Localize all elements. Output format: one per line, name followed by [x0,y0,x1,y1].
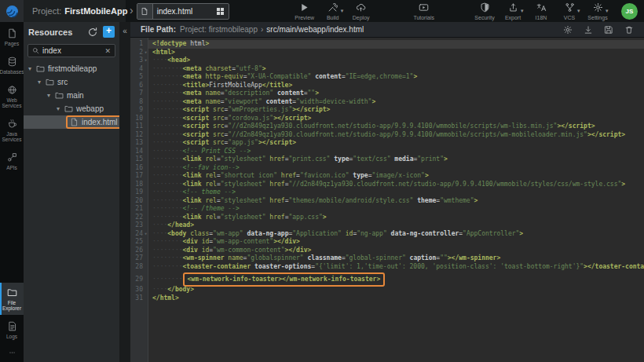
deploy-button[interactable]: Deploy [347,2,375,20]
code-text[interactable]: ········<div id="wm-common-content"></di… [148,247,644,255]
code-text[interactable]: ········<meta name="description" content… [148,90,644,98]
code-text[interactable]: </html> [148,294,644,303]
collapse-panel-icon[interactable]: « [119,22,130,35]
fold-marker-icon[interactable]: ▾ [143,49,148,57]
fold-marker-icon[interactable]: ▾ [143,57,148,65]
sidebar-item-web-services[interactable]: Web Services [0,80,24,112]
search-clear-icon[interactable]: ✕ [104,47,111,55]
i18n-button[interactable]: I18N [527,2,555,20]
project-label: Project: [32,6,61,16]
tree-item-main[interactable]: ▾main [24,89,119,102]
code-text[interactable]: ········<meta http-equiv="X-UA-Compatibl… [148,73,644,82]
code-text[interactable]: ········<toaster-container toaster-optio… [148,263,644,272]
code-text[interactable]: ········<!--fav icon--> [148,164,644,173]
code-text[interactable]: ········<meta charset="utf-8"> [148,65,644,74]
tree-item-firstmobileapp[interactable]: ▾firstmobileapp [24,62,119,75]
code-text[interactable]: ········<wm-network-info-toaster></wm-ne… [148,272,644,287]
expand-caret-icon[interactable]: ▾ [57,105,64,112]
security-button[interactable]: Security [470,2,499,20]
line-number: 7 [130,90,143,98]
user-avatar[interactable]: JS [621,3,638,20]
sidebar-item-file-explorer[interactable]: File Explorer [0,283,24,315]
tab-index-html[interactable]: index.html [137,3,229,20]
project-name: FirstMobileApp [64,6,127,16]
expand-caret-icon[interactable]: ▾ [28,65,36,72]
code-text[interactable]: ········<!-- theme --> [148,188,644,197]
i18n-label: I18N [536,15,547,20]
tutorials-button[interactable]: Tutorials [410,2,438,20]
download-button[interactable] [583,24,593,35]
line-number: 19 [130,188,143,197]
code-text[interactable]: <!doctype html> [148,40,644,49]
tree-item-index.html[interactable]: index.html [24,115,119,129]
sidebar-item-pages[interactable]: Pages [0,24,24,50]
export-button[interactable]: ▾Export [499,2,527,20]
code-text[interactable]: ········<script src="wmProperties.js"></… [148,106,644,115]
code-text[interactable]: ········<link rel="stylesheet" href="app… [148,214,644,222]
sidebar-item-more[interactable] [0,345,24,362]
code-text[interactable]: ········<script src="//d2n849qz1ya930.cl… [148,122,644,131]
code-text[interactable]: ····</head> [148,221,644,230]
code-line-20: 20········<link rel="stylesheet" href="t… [130,197,644,206]
code-text[interactable]: ········<wm-spinner name="globalspinner"… [148,254,644,263]
code-line-16: 16········<!--fav icon--> [130,164,644,173]
code-line-30: 30····</body> [130,286,644,294]
top-bar: Project: FirstMobileApp › index.html Pre… [0,0,644,22]
build-button[interactable]: ▾Build [319,2,347,20]
code-text[interactable]: ········<script src="app.js"></script> [148,139,644,148]
line-number: 6 [130,82,143,90]
code-text[interactable]: ········<!-- /theme --> [148,205,644,214]
file-path-separator: › [261,25,263,34]
code-line-2: 2▾<html> [130,49,644,57]
breadcrumb-chevron-icon: › [130,4,134,16]
code-line-27: 27········<wm-spinner name="globalspinne… [130,254,644,263]
vcs-button[interactable]: ▾VCS [555,2,584,20]
security-label: Security [474,15,494,20]
save-button[interactable] [603,24,613,35]
add-resource-button[interactable]: + [103,26,115,38]
code-text[interactable]: ········<script src="//d2n849qz1ya930.cl… [148,131,644,140]
code-text[interactable]: ····<head> [148,57,644,65]
preview-button[interactable]: Preview [291,2,319,20]
expand-caret-icon[interactable]: ▾ [38,79,46,86]
project-breadcrumb[interactable]: Project: FirstMobileApp [24,0,126,22]
refresh-button[interactable] [87,27,98,38]
wavemaker-studio: Project: FirstMobileApp › index.html Pre… [0,0,644,362]
code-text[interactable]: ····</body> [148,286,644,294]
sidebar-item-logs[interactable]: Logs [0,316,24,343]
code-text[interactable]: ········<link rel="stylesheet" href="pri… [148,155,644,164]
code-text[interactable]: ········<link rel="stylesheet" href="//d… [148,181,644,189]
code-text[interactable]: ········<meta name="viewport" content="w… [148,98,644,107]
sidebar-item-java-services[interactable]: Java Services [0,114,24,146]
code-text[interactable]: ····<body class="wm-app" data-ng-app="Ap… [148,230,644,239]
delete-button[interactable] [624,24,634,35]
expand-caret-icon[interactable]: ▾ [47,92,55,99]
sidebar-item-apis[interactable]: APIs [0,148,24,174]
tree-item-webapp[interactable]: ▾webapp [24,102,119,115]
code-line-26: 26········<div id="wm-common-content"></… [130,247,644,255]
fold-marker-icon [143,254,148,263]
build-label: Build [327,15,339,20]
settings-label: Settings [587,15,607,20]
code-editor[interactable]: 1<!doctype html>2▾<html>3▾····<head>4···… [130,38,644,362]
code-text[interactable]: ········<title>FirstMobileApp</title> [148,82,644,90]
app-logo[interactable] [0,0,24,22]
search-input[interactable] [39,46,104,55]
code-text[interactable]: ········<script src="cordova.js"></scrip… [148,115,644,123]
line-number: 17 [130,172,143,181]
databases-icon [7,57,17,67]
tree-item-label: webapp [76,104,104,113]
sidebar-item-databases[interactable]: Databases [0,52,24,79]
tab-grid-icon[interactable] [217,8,224,15]
code-text[interactable]: ········<!-- Print CSS --> [148,148,644,156]
file-settings-button[interactable] [562,24,573,35]
code-line-4: 4········<meta charset="utf-8"> [130,65,644,74]
fold-marker-icon [143,247,148,255]
fold-marker-icon[interactable]: ▾ [143,230,148,239]
code-text[interactable]: ········<link rel="stylesheet" href="the… [148,197,644,206]
tree-item-src[interactable]: ▾src [24,75,119,89]
code-text[interactable]: ········<div id="wm-app-content"></div> [148,238,644,247]
code-text[interactable]: ········<link rel="shortcut icon" href="… [148,172,644,181]
settings-button[interactable]: ▾Settings [584,2,612,20]
code-text[interactable]: <html> [148,49,644,57]
